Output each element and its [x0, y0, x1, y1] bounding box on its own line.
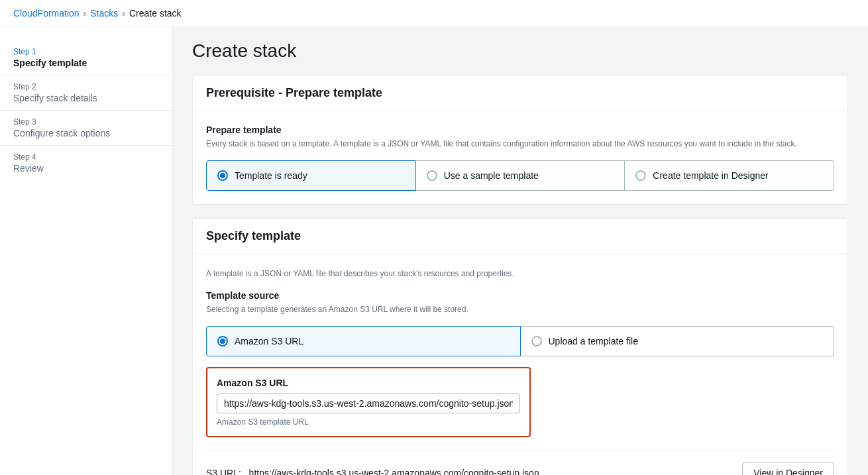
s3-url-input[interactable]: [217, 394, 520, 413]
radio-create-designer-icon: [635, 170, 646, 181]
option-upload-file-label: Upload a template file: [549, 336, 638, 346]
breadcrumb: CloudFormation › Stacks › Create stack: [0, 0, 868, 27]
step-4-name: Review: [13, 163, 158, 174]
breadcrumb-stacks[interactable]: Stacks: [90, 8, 118, 19]
breadcrumb-cloudformation[interactable]: CloudFormation: [13, 8, 80, 19]
specify-template-heading: Specify template: [206, 229, 834, 243]
radio-upload-file-icon: [531, 336, 542, 346]
specify-template-card: Specify template A template is a JSON or…: [192, 218, 848, 475]
prepare-template-desc: Every stack is based on a template. A te…: [206, 138, 834, 150]
main-content: Create stack Prerequisite - Prepare temp…: [172, 27, 868, 475]
s3-url-input-box: Amazon S3 URL Amazon S3 template URL: [206, 367, 531, 437]
specify-template-body: A template is a JSON or YAML file that d…: [193, 254, 847, 475]
step-2-num: Step 2: [13, 82, 158, 91]
template-source-options: Amazon S3 URL Upload a template file: [206, 326, 834, 356]
radio-template-ready-icon: [217, 170, 228, 181]
prerequisite-card: Prerequisite - Prepare template Prepare …: [192, 75, 848, 205]
option-sample-template[interactable]: Use a sample template: [416, 160, 625, 191]
prerequisite-body: Prepare template Every stack is based on…: [193, 111, 847, 204]
s3-display-row: S3 URL: https://aws-kdg-tools.s3.us-west…: [206, 450, 834, 475]
template-source-desc: Selecting a template generates an Amazon…: [206, 303, 834, 315]
step-3-num: Step 3: [13, 117, 158, 127]
step-2-name: Specify stack details: [13, 93, 158, 103]
breadcrumb-create-stack: Create stack: [129, 8, 182, 19]
breadcrumb-sep-2: ›: [122, 8, 125, 19]
s3-url-value: https://aws-kdg-tools.s3.us-west-2.amazo…: [249, 468, 539, 475]
page-title: Create stack: [192, 40, 848, 62]
option-s3-url-label: Amazon S3 URL: [235, 336, 303, 346]
breadcrumb-sep-1: ›: [83, 8, 87, 19]
step-3-name: Configure stack options: [13, 128, 158, 138]
sidebar: Step 1 Specify template Step 2 Specify s…: [0, 27, 172, 475]
sidebar-step-1[interactable]: Step 1 Specify template: [0, 40, 172, 76]
option-template-ready[interactable]: Template is ready: [206, 160, 416, 191]
specify-template-header: Specify template: [193, 219, 847, 254]
s3-url-box-label: Amazon S3 URL: [217, 378, 520, 388]
prepare-template-label: Prepare template: [206, 125, 834, 135]
option-sample-template-label: Use a sample template: [444, 170, 539, 181]
prerequisite-heading: Prerequisite - Prepare template: [206, 86, 834, 100]
sidebar-step-4[interactable]: Step 4 Review: [0, 146, 172, 180]
step-4-num: Step 4: [13, 152, 158, 162]
option-upload-file[interactable]: Upload a template file: [521, 326, 835, 356]
s3-display-text: S3 URL: https://aws-kdg-tools.s3.us-west…: [206, 468, 539, 475]
sidebar-step-2[interactable]: Step 2 Specify stack details: [0, 76, 172, 111]
radio-sample-template-icon: [427, 170, 437, 181]
option-create-designer[interactable]: Create template in Designer: [625, 160, 834, 191]
sidebar-step-3[interactable]: Step 3 Configure stack options: [0, 111, 172, 146]
prepare-template-options: Template is ready Use a sample template …: [206, 160, 834, 191]
step-1-name: Specify template: [13, 58, 158, 68]
radio-s3-url-icon: [217, 336, 228, 346]
view-designer-button[interactable]: View in Designer: [742, 462, 834, 475]
option-template-ready-label: Template is ready: [235, 170, 307, 181]
prerequisite-header: Prerequisite - Prepare template: [193, 76, 847, 111]
option-create-designer-label: Create template in Designer: [653, 170, 768, 181]
option-s3-url[interactable]: Amazon S3 URL: [206, 326, 521, 356]
specify-template-desc: A template is a JSON or YAML file that d…: [206, 268, 834, 280]
template-source-label: Template source: [206, 290, 834, 301]
s3-url-prefix: S3 URL:: [206, 468, 241, 475]
step-1-num: Step 1: [13, 47, 158, 56]
s3-url-hint: Amazon S3 template URL: [217, 417, 520, 427]
